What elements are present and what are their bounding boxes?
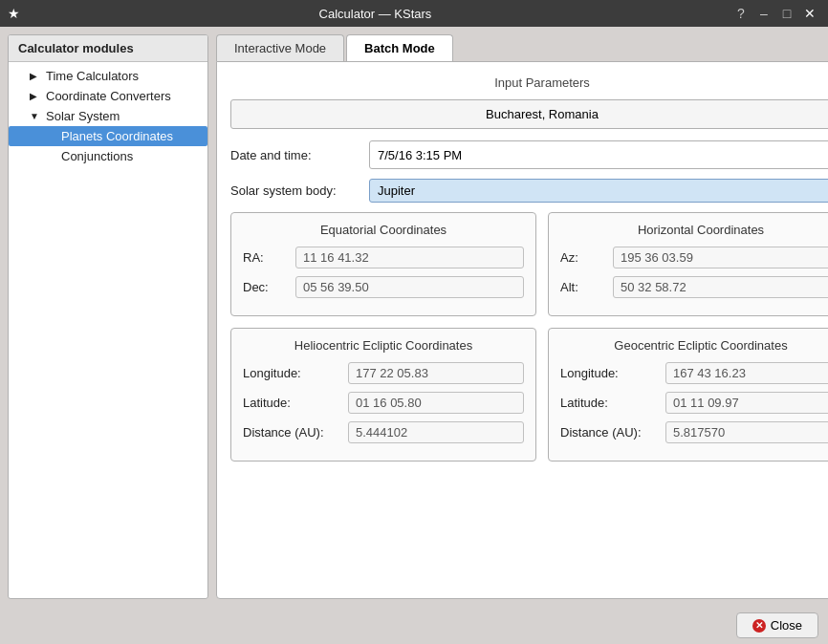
geo-dist-input[interactable]: [665, 421, 828, 443]
equatorial-title: Equatorial Coordinates: [243, 223, 524, 237]
body-row: Solar system body: Mercury Venus Mars Ju…: [230, 179, 828, 203]
sidebar-item-label: Solar System: [46, 109, 120, 123]
tab-content: Input Parameters Bucharest, Romania Date…: [216, 61, 828, 599]
datetime-value: 7/5/16 3:15 PM: [370, 144, 828, 166]
geocentric-title: Geocentric Ecliptic Coordinates: [560, 338, 828, 353]
sidebar-item-time-calculators[interactable]: ▶ Time Calculators: [9, 66, 207, 86]
window-controls: ? – □ ✕: [730, 3, 820, 24]
az-row: Az:: [560, 247, 828, 268]
sidebar-tree: ▶ Time Calculators ▶ Coordinate Converte…: [9, 62, 207, 170]
helio-dist-row: Distance (AU):: [243, 421, 524, 443]
ra-label: RA:: [243, 250, 295, 265]
coords-grid: Equatorial Coordinates RA: Dec: Horizont…: [230, 212, 828, 462]
geo-lon-input[interactable]: [665, 362, 828, 384]
alt-label: Alt:: [560, 280, 613, 294]
minimize-button[interactable]: –: [753, 3, 774, 24]
helio-dist-input[interactable]: [348, 421, 524, 443]
geo-dist-label: Distance (AU):: [560, 425, 665, 440]
horizontal-box: Horizontal Coordinates Az: Alt:: [548, 212, 828, 316]
right-panel: Interactive Mode Batch Mode Input Parame…: [216, 34, 828, 599]
sidebar-item-label: Conjunctions: [61, 149, 133, 163]
helio-lon-row: Longitude:: [243, 362, 524, 384]
close-window-button[interactable]: ✕: [799, 3, 820, 24]
body-dropdown-wrapper: Mercury Venus Mars Jupiter Saturn Uranus…: [369, 179, 828, 203]
body-select[interactable]: Mercury Venus Mars Jupiter Saturn Uranus…: [369, 179, 828, 203]
dec-label: Dec:: [243, 280, 295, 294]
tabs-bar: Interactive Mode Batch Mode: [216, 34, 828, 61]
dec-row: Dec:: [243, 276, 524, 298]
geo-lon-label: Longitude:: [560, 366, 665, 380]
datetime-input[interactable]: 7/5/16 3:15 PM ▲ ▼: [369, 140, 828, 169]
body-label: Solar system body:: [230, 183, 369, 198]
alt-row: Alt:: [560, 276, 828, 298]
close-button[interactable]: ✕ Close: [736, 612, 818, 638]
close-icon: ✕: [752, 619, 766, 633]
help-button[interactable]: ?: [730, 3, 752, 24]
geo-lat-input[interactable]: [665, 392, 828, 414]
sidebar-item-planets-coordinates[interactable]: Planets Coordinates: [9, 126, 207, 146]
expand-arrow: ▶: [30, 71, 43, 81]
alt-input[interactable]: [613, 276, 828, 298]
close-label: Close: [771, 618, 802, 633]
equatorial-box: Equatorial Coordinates RA: Dec:: [230, 212, 536, 316]
dec-input[interactable]: [295, 276, 524, 298]
sidebar-item-solar-system[interactable]: ▼ Solar System: [9, 106, 207, 126]
az-input[interactable]: [613, 247, 828, 268]
location-button[interactable]: Bucharest, Romania: [230, 99, 828, 129]
helio-dist-label: Distance (AU):: [243, 425, 348, 440]
sidebar-item-conjunctions[interactable]: Conjunctions: [9, 146, 207, 166]
ra-row: RA:: [243, 247, 524, 268]
expand-arrow: ▼: [30, 111, 43, 121]
tab-batch[interactable]: Batch Mode: [346, 34, 453, 61]
maximize-button[interactable]: □: [776, 3, 797, 24]
helio-lon-label: Longitude:: [243, 366, 348, 380]
sidebar-item-coordinate-converters[interactable]: ▶ Coordinate Converters: [9, 86, 207, 106]
helio-lat-input[interactable]: [348, 392, 524, 414]
az-label: Az:: [560, 250, 613, 265]
sidebar-item-label: Coordinate Converters: [46, 89, 171, 103]
ra-input[interactable]: [295, 247, 524, 268]
sidebar-header: Calculator modules: [9, 35, 207, 62]
app-icon: ★: [8, 6, 20, 21]
geo-lat-label: Latitude:: [560, 396, 665, 410]
sidebar: Calculator modules ▶ Time Calculators ▶ …: [8, 34, 208, 599]
sidebar-item-label: Planets Coordinates: [61, 129, 173, 143]
helio-lat-label: Latitude:: [243, 396, 348, 410]
helio-lat-row: Latitude:: [243, 392, 524, 414]
date-row: Date and time: 7/5/16 3:15 PM ▲ ▼: [230, 140, 828, 169]
titlebar: ★ Calculator — KStars ? – □ ✕: [0, 0, 828, 27]
main-content: Calculator modules ▶ Time Calculators ▶ …: [0, 27, 828, 607]
date-label: Date and time:: [230, 148, 369, 162]
helio-lon-input[interactable]: [348, 362, 524, 384]
geocentric-box: Geocentric Ecliptic Coordinates Longitud…: [548, 328, 828, 462]
horizontal-title: Horizontal Coordinates: [560, 223, 828, 237]
expand-arrow: ▶: [30, 91, 43, 101]
heliocentric-box: Heliocentric Ecliptic Coordinates Longit…: [230, 328, 536, 462]
heliocentric-title: Heliocentric Ecliptic Coordinates: [243, 338, 524, 353]
tab-interactive[interactable]: Interactive Mode: [216, 34, 344, 61]
window-title: Calculator — KStars: [20, 7, 730, 21]
geo-dist-row: Distance (AU):: [560, 421, 828, 443]
geo-lat-row: Latitude:: [560, 392, 828, 414]
sidebar-item-label: Time Calculators: [46, 69, 139, 83]
bottom-bar: ✕ Close: [0, 607, 828, 644]
input-parameters-title: Input Parameters: [230, 75, 828, 90]
geo-lon-row: Longitude:: [560, 362, 828, 384]
